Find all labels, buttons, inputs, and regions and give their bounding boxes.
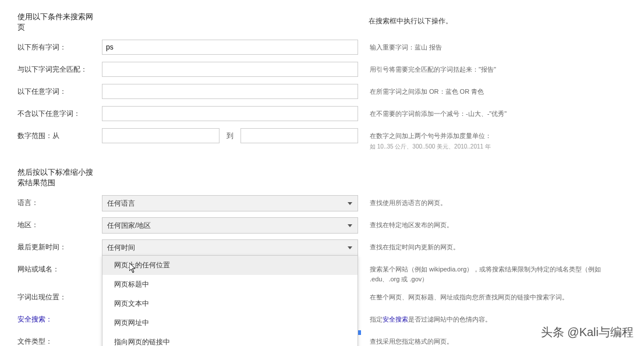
section2-title: 然后按以下标准缩小搜索结果范围 (17, 167, 99, 188)
label-terms-appearing: 字词出现位置： (17, 289, 102, 302)
input-none-words[interactable] (102, 106, 358, 121)
help-region: 查找在特定地区发布的网页。 (358, 217, 627, 230)
dropdown-option-2[interactable]: 网页文本中 (102, 294, 358, 313)
select-language[interactable]: 任何语言 (102, 195, 358, 211)
help-site-domain: 搜索某个网站（例如 wikipedia.org），或将搜索结果限制为特定的域名类… (358, 262, 627, 284)
label-safe-search[interactable]: 安全搜索： (17, 312, 102, 324)
help-terms-appearing: 在整个网页、网页标题、网址或指向您所查找网页的链接中搜索字词。 (358, 289, 627, 302)
row-region: 地区： 任何国家/地区 查找在特定地区发布的网页。 (17, 217, 627, 234)
label-site-domain: 网站或域名： (17, 262, 102, 274)
section1-title: 使用以下条件来搜索网页 (17, 12, 99, 33)
help-safe-search: 指定安全搜索是否过滤网站中的色情内容。 (358, 312, 627, 324)
dropdown-option-4[interactable]: 指向网页的链接中 (102, 333, 358, 346)
select-region[interactable]: 任何国家/地区 (102, 217, 358, 234)
label-language: 语言： (17, 195, 102, 208)
row-none-words: 不含以下任意字词： 在不需要的字词前添加一个减号：-山大、-"优秀" (17, 106, 627, 122)
watermark-text: 头条 @Kali与编程 (541, 324, 634, 340)
input-range-to[interactable] (240, 128, 358, 143)
section1-right-title: 在搜索框中执行以下操作。 (369, 16, 452, 26)
help-number-range: 在数字之间加上两个句号并添加度量单位： 如 10..35 公斤、300..500… (358, 128, 627, 151)
help-language: 查找使用所选语言的网页。 (358, 195, 627, 208)
safe-search-link[interactable]: 安全搜索 (383, 316, 408, 323)
dropdown-option-0[interactable]: 网页上的任何位置 (102, 256, 358, 275)
help-last-update: 查找在指定时间内更新的网页。 (358, 239, 627, 252)
row-exact-phrase: 与以下字词完全匹配： 用引号将需要完全匹配的字词括起来："报告" (17, 62, 627, 78)
label-exact-phrase: 与以下字词完全匹配： (17, 62, 102, 75)
select-last-update[interactable]: 任何时间 (102, 239, 358, 256)
range-separator: 到 (224, 131, 236, 141)
input-all-words[interactable] (102, 40, 358, 55)
help-any-words: 在所需字词之间添加 OR：蓝色 OR 青色 (358, 84, 627, 97)
dropdown-option-3[interactable]: 网页网址中 (102, 313, 358, 333)
help-none-words: 在不需要的字词前添加一个减号：-山大、-"优秀" (358, 106, 627, 119)
input-range-from[interactable] (102, 128, 220, 143)
input-any-words[interactable] (102, 84, 358, 99)
label-number-range: 数字范围：从 (17, 128, 102, 141)
row-last-update: 最后更新时间： 任何时间 查找在指定时间内更新的网页。 (17, 239, 627, 256)
row-any-words: 以下任意字词： 在所需字词之间添加 OR：蓝色 OR 青色 (17, 84, 627, 100)
row-all-words: 以下所有字词： 输入重要字词：蓝山 报告 (17, 40, 627, 56)
input-exact-phrase[interactable] (102, 62, 358, 77)
row-number-range: 数字范围：从 到 在数字之间加上两个句号并添加度量单位： 如 10..35 公斤… (17, 128, 627, 151)
label-all-words: 以下所有字词： (17, 40, 102, 52)
label-region: 地区： (17, 217, 102, 230)
row-language: 语言： 任何语言 查找使用所选语言的网页。 (17, 195, 627, 211)
label-last-update: 最后更新时间： (17, 239, 102, 252)
help-all-words: 输入重要字词：蓝山 报告 (358, 40, 627, 52)
label-any-words: 以下任意字词： (17, 84, 102, 97)
dropdown-option-1[interactable]: 网页标题中 (102, 275, 358, 294)
help-exact-phrase: 用引号将需要完全匹配的字词括起来："报告" (358, 62, 627, 75)
label-none-words: 不含以下任意字词： (17, 106, 102, 119)
terms-appearing-dropdown[interactable]: 网页上的任何位置 网页标题中 网页文本中 网页网址中 指向网页的链接中 (102, 255, 358, 346)
label-file-type: 文件类型： (17, 334, 102, 346)
